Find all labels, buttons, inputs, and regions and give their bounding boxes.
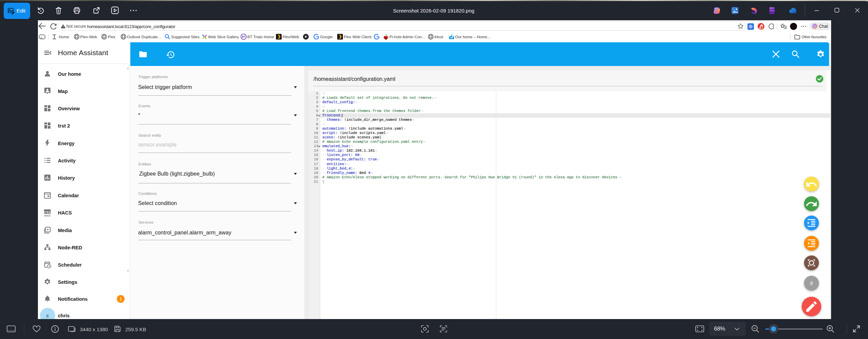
svg-text:HACS: HACS: [44, 214, 51, 217]
svg-text:c: c: [46, 313, 49, 318]
svg-text:BT: BT: [242, 35, 245, 38]
svg-text:1: 1: [119, 296, 122, 301]
svg-text:#: #: [810, 280, 813, 286]
